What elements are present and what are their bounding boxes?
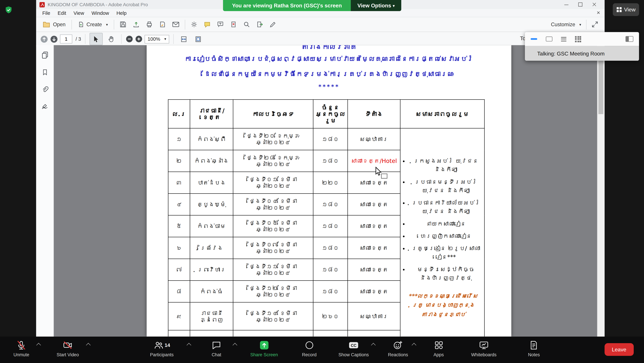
search-button[interactable]: [240, 19, 253, 30]
apps-button[interactable]: Apps: [434, 340, 444, 357]
add-text-icon: [217, 21, 224, 28]
unmute-label: Unmute: [14, 352, 29, 357]
zoom-level-value: 100%: [148, 36, 160, 42]
cell-venue: សណ្ឋាគារ: [348, 128, 400, 150]
menubar-close-icon[interactable]: [595, 9, 602, 16]
leave-button[interactable]: Leave: [604, 343, 634, 356]
talking-text: Talking: GSC Meeting Room: [537, 50, 604, 56]
print-button[interactable]: [143, 19, 156, 30]
window-title: KINGDOM OF CAMBODIA - Adobe Acrobat Pro: [48, 2, 148, 7]
fit-page-button[interactable]: [192, 33, 204, 45]
create-button[interactable]: Create: [74, 20, 111, 29]
attachments-icon[interactable]: [41, 86, 48, 93]
bookmarks-icon[interactable]: [41, 69, 48, 76]
fill-sign-button[interactable]: [267, 19, 279, 30]
menu-file[interactable]: File: [38, 10, 54, 16]
security-shield-icon[interactable]: [4, 6, 13, 14]
view-button[interactable]: View: [613, 3, 639, 16]
chat-button[interactable]: Chat: [212, 340, 222, 357]
next-page-button[interactable]: [50, 35, 58, 43]
cell-count: ១៨០: [313, 215, 348, 237]
cell-date: [233, 330, 313, 337]
video-options-chevron[interactable]: [86, 343, 91, 348]
toolbar-separator: [173, 34, 174, 44]
fit-width-button[interactable]: [178, 33, 190, 45]
document-area[interactable]: តារាងកាលវិភាគ ការរៀបចំសិក្ខាសាលាប្រជុំផ្…: [54, 45, 597, 337]
whiteboards-button[interactable]: Whiteboards: [471, 340, 496, 357]
delete-pages-button[interactable]: [228, 19, 240, 30]
customize-button[interactable]: Customize: [548, 20, 584, 28]
menu-window[interactable]: Window: [88, 10, 113, 16]
typewriter-button[interactable]: [214, 19, 226, 30]
select-tool-button[interactable]: [90, 33, 103, 45]
notes-button[interactable]: Notes: [528, 340, 540, 357]
open-button[interactable]: Open: [40, 20, 68, 29]
list-view-icon[interactable]: [561, 37, 566, 41]
captions-options-chevron[interactable]: [371, 343, 376, 348]
maximize-button[interactable]: [573, 0, 587, 9]
upload-button[interactable]: [130, 19, 142, 30]
cell-venue: សាលាខេត្ត: [348, 281, 400, 302]
cell-count: ១៨០: [313, 259, 348, 281]
work-area: តារាងកាលវិភាគ ការរៀបចំសិក្ខាសាលាប្រជុំផ្…: [36, 45, 605, 337]
unmute-button[interactable]: Unmute: [14, 340, 29, 357]
close-button[interactable]: [587, 0, 601, 9]
participants-button[interactable]: 14 Participants: [150, 340, 174, 357]
audio-options-chevron[interactable]: [36, 343, 41, 348]
hand-tool-button[interactable]: [105, 33, 117, 45]
upload-icon: [133, 21, 140, 28]
cell-no: ១: [168, 128, 190, 150]
menu-view[interactable]: View: [70, 10, 88, 16]
menu-edit[interactable]: Edit: [54, 10, 70, 16]
toolbar-separator: [586, 19, 586, 29]
save-button[interactable]: [117, 19, 129, 30]
participants-options-chevron[interactable]: [186, 343, 191, 348]
show-captions-button[interactable]: CC Show Captions: [338, 340, 369, 357]
view-button-label: View: [624, 6, 636, 13]
gallery-view-icon[interactable]: [575, 36, 581, 42]
previous-page-button[interactable]: [40, 35, 48, 43]
zoom-out-button[interactable]: [126, 35, 133, 43]
header-no: ល.រ: [168, 99, 190, 128]
scrollbar-thumb[interactable]: [598, 52, 603, 114]
cell-no: ៤: [168, 194, 190, 215]
menu-help[interactable]: Help: [113, 10, 130, 16]
fit-width-icon: [180, 35, 188, 42]
speaker-view-icon[interactable]: [546, 36, 552, 41]
viewing-banner-text: You are viewing Ratha Sron (GSC)'s scree…: [232, 2, 342, 9]
page-number-input[interactable]: [60, 34, 72, 43]
cell-province: កំពង់ធំ: [190, 281, 233, 302]
zoom-level-select[interactable]: 100%: [145, 35, 169, 43]
zoom-in-button[interactable]: [135, 35, 143, 43]
doc-title-line3: ដែលជាផ្នែកមួយនៃកម្មវិធីកែទម្រង់ការគ្រប់គ…: [147, 70, 512, 78]
participants-cell: ក្រសួងអប់រំ យុវជន និងកីឡា ប្រធានមន្ទីរអប…: [400, 128, 484, 337]
viewing-banner: You are viewing Ratha Sron (GSC)'s scree…: [223, 0, 351, 11]
start-video-button[interactable]: Start Video: [57, 340, 79, 357]
export-button[interactable]: [254, 19, 266, 30]
record-button[interactable]: Record: [302, 340, 316, 357]
cell-date: ថ្ងៃទី២០ ខែកុម្ភៈ ឆ្នាំ២០២៤: [233, 128, 313, 150]
notes-label: Notes: [528, 352, 540, 357]
view-options-dropdown[interactable]: View Options: [351, 0, 401, 11]
hand-icon: [108, 35, 114, 42]
minimized-view-icon[interactable]: [530, 38, 537, 40]
settings-button[interactable]: [188, 19, 200, 30]
email-button[interactable]: [170, 19, 182, 30]
fullscreen-button[interactable]: [588, 19, 601, 30]
reactions-options-chevron[interactable]: [412, 343, 416, 348]
chat-options-chevron[interactable]: [233, 343, 238, 348]
vertical-scrollbar[interactable]: [597, 45, 605, 337]
whiteboard-icon: [479, 340, 489, 351]
signatures-icon[interactable]: [41, 103, 48, 110]
side-by-side-view-icon[interactable]: [626, 36, 633, 42]
participant-item: មន្ទីរសេដ្ឋកិច្ចនិងហិរញ្ញវត្ថុ: [409, 265, 483, 283]
cell-count: ១៨០: [313, 194, 348, 215]
comment-button[interactable]: [201, 19, 213, 30]
cell-province: ព្រះវិហារ: [190, 259, 233, 281]
page-thumbnails-icon[interactable]: [41, 51, 48, 59]
minimize-button[interactable]: [560, 0, 573, 9]
sign-document-button[interactable]: [156, 19, 168, 30]
share-screen-button[interactable]: Share Screen: [250, 340, 278, 357]
delete-pages-icon: [230, 21, 237, 28]
reactions-button[interactable]: Reactions: [388, 340, 408, 357]
